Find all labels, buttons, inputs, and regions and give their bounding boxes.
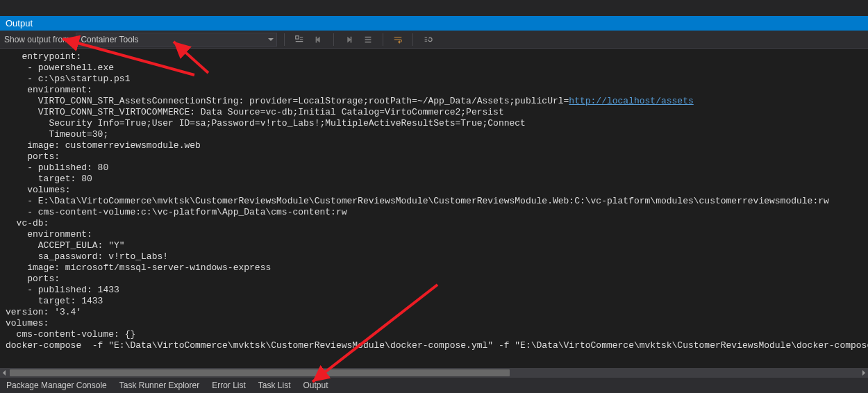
go-to-next-button[interactable]: [341, 33, 356, 47]
output-panel-title[interactable]: Output: [0, 16, 868, 31]
toolbar-divider: [284, 33, 285, 46]
output-source-select[interactable]: Container Tools: [76, 33, 277, 47]
toolbar-divider: [383, 33, 383, 46]
tab-task-runner-explorer[interactable]: Task Runner Explorer: [113, 378, 206, 393]
editor-gap: [0, 0, 868, 16]
find-message-button[interactable]: [292, 33, 307, 47]
toolbar-divider: [412, 33, 413, 46]
log-pre1: entrypoint: - powershell.exe - c:\ps\sta…: [6, 51, 569, 106]
toolbar-divider: [333, 33, 334, 46]
output-text-area[interactable]: entrypoint: - powershell.exe - c:\ps\sta…: [0, 49, 868, 368]
panel-title-text: Output: [6, 18, 33, 28]
output-toolbar: Show output from: Container Tools: [0, 31, 868, 49]
tab-output[interactable]: Output: [297, 378, 335, 393]
tab-task-list[interactable]: Task List: [252, 378, 297, 393]
horizontal-scrollbar[interactable]: [0, 368, 868, 378]
chevron-down-icon: [268, 38, 274, 41]
output-log: entrypoint: - powershell.exe - c:\ps\sta…: [0, 49, 868, 354]
tab-error-list[interactable]: Error List: [206, 378, 252, 393]
tab-package-manager-console[interactable]: Package Manager Console: [0, 378, 113, 393]
reset-button[interactable]: [420, 33, 435, 47]
log-pre2: VIRTO_CONN_STR_VIRTOCOMMERCE: Data Sourc…: [6, 107, 868, 351]
clear-all-button[interactable]: [360, 33, 376, 47]
bottom-tool-tabs: Package Manager Console Task Runner Expl…: [0, 378, 868, 393]
scrollbar-thumb[interactable]: [10, 369, 510, 376]
assets-url-link[interactable]: http://localhost/assets: [569, 96, 693, 106]
toggle-word-wrap-button[interactable]: [390, 33, 406, 47]
svg-rect-0: [296, 35, 299, 38]
show-output-label: Show output from:: [4, 35, 72, 44]
output-source-selected: Container Tools: [81, 35, 138, 44]
go-to-prev-button[interactable]: [311, 33, 326, 47]
